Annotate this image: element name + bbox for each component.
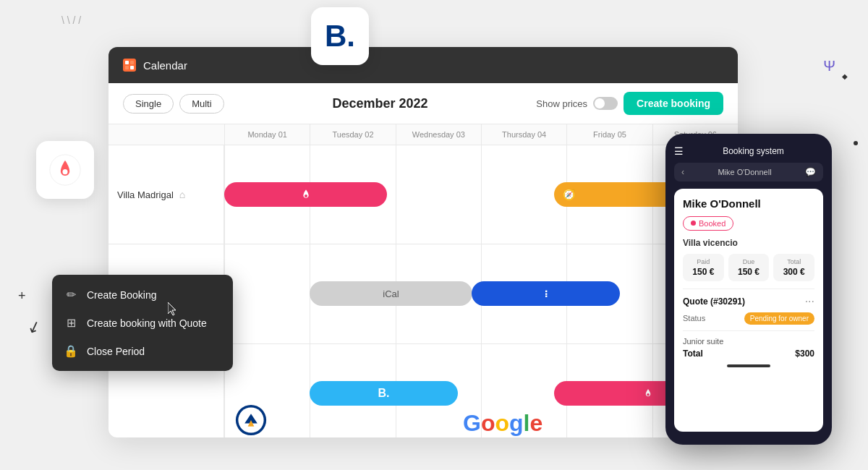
booked-badge: Booked: [683, 216, 733, 231]
booking-bar-pink-1: [224, 182, 387, 207]
svg-rect-4: [125, 66, 129, 69]
multi-view-button[interactable]: Multi: [179, 94, 224, 114]
calendar-header: Calendar: [109, 47, 738, 83]
paid-box: Paid 150 €: [683, 254, 724, 281]
day-header-3: Thursday 04: [481, 124, 566, 145]
property-row-0: Villa Madrigal ⌂ 🧭: [109, 145, 738, 244]
deco-fork: Ψ: [823, 58, 835, 74]
deco-diamond: ◆: [842, 72, 848, 80]
booking-bar-blue-1: ⫶: [472, 281, 620, 306]
booking-bar-blue-2: B.: [310, 381, 458, 406]
close-period-label: Close Period: [87, 346, 145, 357]
calendar-title: Calendar: [143, 59, 187, 72]
due-label: Due: [734, 258, 764, 265]
panel-guest-name: Mike O'Donnell: [683, 197, 814, 210]
panel-header-title: Booking system: [723, 146, 784, 156]
panel-header: ☰ Booking system: [674, 142, 823, 163]
cell-1-0[interactable]: [224, 244, 310, 343]
airbnb-logo-float: [36, 141, 94, 199]
day-header-1: Tuesday 02: [310, 124, 395, 145]
panel-status-row: Status Pending for owner: [683, 312, 814, 325]
create-booking-button[interactable]: Create booking: [624, 92, 723, 115]
context-menu-item-create-quote[interactable]: ⊞ Create booking with Quote: [52, 309, 233, 337]
show-prices-label: Show prices: [536, 98, 587, 109]
panel-nav: ‹ Mike O'Donnell 💬: [674, 163, 823, 181]
create-booking-icon: ✏: [64, 288, 78, 302]
panel-divider-2: [683, 330, 814, 331]
due-value: 150 €: [734, 267, 764, 277]
final-total-label: Total: [683, 349, 703, 359]
booking-panel: ☰ Booking system ‹ Mike O'Donnell 💬 Mike…: [665, 134, 832, 445]
svg-rect-3: [130, 61, 134, 64]
create-quote-icon: ⊞: [64, 316, 78, 330]
svg-point-6: [305, 195, 307, 197]
deco-arrow: ↙: [25, 316, 43, 338]
badge-label: Booked: [699, 219, 726, 228]
deco-lines: \ \ / /: [61, 14, 81, 26]
total-box: Total 300 €: [773, 254, 814, 281]
day-header-4: Friday 05: [566, 124, 652, 145]
property-col-header: [109, 124, 224, 145]
booking-bar-ical: iCal: [310, 281, 472, 306]
create-quote-label: Create booking with Quote: [87, 317, 207, 329]
total-label: Total: [779, 258, 809, 265]
panel-content: Mike O'Donnell Booked Villa vicencio Pai…: [674, 189, 823, 432]
total-value: 300 €: [779, 267, 809, 277]
days-header: Monday 01 Tuesday 02 Wednesday 03 Thursd…: [109, 124, 738, 145]
calendar-container: Calendar Single Multi December 2022 Show…: [109, 47, 738, 437]
booking-logo-float: B.: [311, 7, 369, 65]
day-header-2: Wednesday 03: [396, 124, 481, 145]
due-box: Due 150 €: [728, 254, 770, 281]
chat-icon[interactable]: 💬: [805, 167, 816, 177]
svg-rect-2: [125, 61, 129, 64]
panel-nav-name: Mike O'Donnell: [718, 168, 771, 176]
paid-value: 150 €: [689, 267, 718, 277]
panel-property: Villa vicencio: [683, 238, 814, 248]
panel-total-row: Total $300: [683, 349, 814, 359]
panel-amounts: Paid 150 € Due 150 € Total 300 €: [683, 254, 814, 281]
back-icon[interactable]: ‹: [681, 167, 684, 177]
single-view-button[interactable]: Single: [123, 94, 174, 114]
svg-rect-5: [130, 66, 134, 69]
hamburger-icon: ☰: [674, 145, 684, 157]
panel-suite: Junior suite: [683, 337, 814, 346]
context-menu: ✏ Create Booking ⊞ Create booking with Q…: [52, 275, 233, 371]
calendar-toolbar: Single Multi December 2022 Show prices C…: [109, 83, 738, 124]
svg-point-1: [62, 169, 67, 174]
badge-dot: [691, 221, 696, 226]
panel-more-icon[interactable]: ···: [805, 295, 814, 308]
cell-0-2[interactable]: [396, 145, 481, 244]
jetstar-logo: [235, 404, 267, 437]
status-badge: Pending for owner: [744, 312, 814, 325]
status-label: Status: [683, 314, 705, 322]
create-booking-label: Create Booking: [87, 289, 157, 301]
app-logo: [123, 59, 136, 72]
panel-quote-row: Quote (#30291) ···: [683, 295, 814, 308]
deco-plus: +: [18, 289, 26, 304]
panel-quote-label: Quote (#30291): [683, 296, 745, 307]
svg-point-7: [647, 393, 650, 396]
home-bar: [727, 364, 770, 367]
home-icon-0: ⌂: [179, 189, 185, 200]
context-menu-item-close-period[interactable]: 🔒 Close Period: [52, 337, 233, 365]
paid-label: Paid: [689, 258, 718, 265]
deco-dot: [854, 141, 858, 145]
final-total-value: $300: [795, 349, 814, 359]
close-period-icon: 🔒: [64, 344, 78, 358]
day-header-0: Monday 01: [224, 124, 310, 145]
calendar-month: December 2022: [230, 96, 531, 111]
show-prices-toggle[interactable]: [593, 97, 618, 110]
context-menu-item-create-booking[interactable]: ✏ Create Booking: [52, 281, 233, 309]
google-logo: Google: [463, 410, 542, 437]
panel-divider-1: [683, 289, 814, 289]
property-name-0: Villa Madrigal ⌂: [109, 145, 224, 244]
